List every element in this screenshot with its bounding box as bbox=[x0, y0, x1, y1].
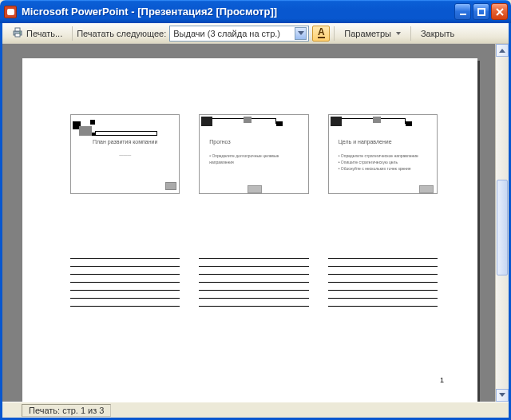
separator bbox=[410, 26, 411, 41]
print-what-value: Выдачи (3 слайда на стр.) bbox=[173, 29, 295, 38]
close-label: Закрыть bbox=[421, 29, 454, 38]
svg-rect-5 bbox=[15, 28, 20, 31]
svg-rect-6 bbox=[15, 34, 20, 37]
titlebar: Microsoft PowerPoint - [Презентация2 [Пр… bbox=[0, 0, 511, 23]
close-button[interactable] bbox=[491, 3, 508, 20]
options-label: Параметры bbox=[344, 29, 391, 38]
highlight-a-icon: A bbox=[318, 28, 325, 38]
slide-bullet: • Опишите стратегическую цель bbox=[339, 159, 427, 165]
svg-rect-1 bbox=[478, 9, 485, 15]
powerpoint-icon bbox=[4, 6, 17, 18]
chevron-down-icon bbox=[396, 32, 401, 38]
notes-col-1 bbox=[70, 258, 180, 314]
options-menu[interactable]: Параметры bbox=[339, 25, 406, 42]
notes-lines bbox=[70, 258, 438, 314]
statusbar: Печать: стр. 1 из 3 bbox=[2, 402, 509, 418]
minimize-button[interactable] bbox=[454, 3, 471, 20]
doc-title: [Презентация2 [Просмотр]] bbox=[137, 6, 277, 18]
print-what-label: Печатать следующее: bbox=[77, 29, 166, 38]
window-controls bbox=[454, 3, 508, 20]
slide-title: Цель и направление bbox=[339, 139, 427, 145]
slide-title: План развития компании bbox=[81, 139, 169, 145]
maximize-button[interactable] bbox=[473, 3, 489, 20]
preview-area[interactable]: План развития компании ——— Прогноз • Опр… bbox=[2, 44, 509, 402]
handout-page: План развития компании ——— Прогноз • Опр… bbox=[22, 58, 477, 402]
print-preview-toolbar: Печать... Печатать следующее: Выдачи (3 … bbox=[2, 23, 509, 44]
slide-title: Прогноз bbox=[209, 139, 298, 145]
window-body: Печать... Печатать следующее: Выдачи (3 … bbox=[0, 23, 511, 420]
scroll-up-button[interactable] bbox=[496, 44, 509, 57]
print-label: Печать... bbox=[26, 29, 62, 38]
slide-thumbnails: План развития компании ——— Прогноз • Опр… bbox=[70, 114, 438, 194]
slide-bullet: • Определите стратегическое направление bbox=[339, 153, 427, 159]
slide-thumb-3: Цель и направление • Определите стратеги… bbox=[328, 114, 438, 194]
print-button[interactable]: Печать... bbox=[6, 25, 68, 42]
chevron-down-icon[interactable] bbox=[295, 27, 307, 40]
close-preview-button[interactable]: Закрыть bbox=[415, 25, 460, 42]
scroll-down-button[interactable] bbox=[496, 389, 509, 402]
status-text: Печать: стр. 1 из 3 bbox=[22, 404, 111, 417]
window-title: Microsoft PowerPoint - [Презентация2 [Пр… bbox=[22, 6, 450, 18]
print-what-combo[interactable]: Выдачи (3 слайда на стр.) bbox=[169, 26, 309, 42]
notes-col-3 bbox=[328, 258, 438, 314]
page-number: 1 bbox=[440, 376, 444, 384]
printer-icon bbox=[11, 26, 24, 41]
separator bbox=[334, 26, 335, 41]
svg-point-7 bbox=[19, 32, 21, 34]
slide-bullet: • Определите долгосрочные целевые направ… bbox=[209, 153, 298, 165]
app-name: Microsoft PowerPoint bbox=[22, 6, 129, 18]
highlight-toggle[interactable]: A bbox=[312, 26, 330, 42]
separator bbox=[72, 26, 73, 41]
slide-subtitle: ——— bbox=[81, 153, 169, 157]
scroll-thumb[interactable] bbox=[497, 180, 508, 275]
slide-bullet: • Обоснуйте с нескольких точек зрения bbox=[339, 165, 427, 172]
slide-thumb-1: План развития компании ——— bbox=[70, 114, 180, 194]
notes-col-2 bbox=[199, 258, 308, 314]
slide-thumb-2: Прогноз • Определите долгосрочные целевы… bbox=[199, 114, 308, 194]
